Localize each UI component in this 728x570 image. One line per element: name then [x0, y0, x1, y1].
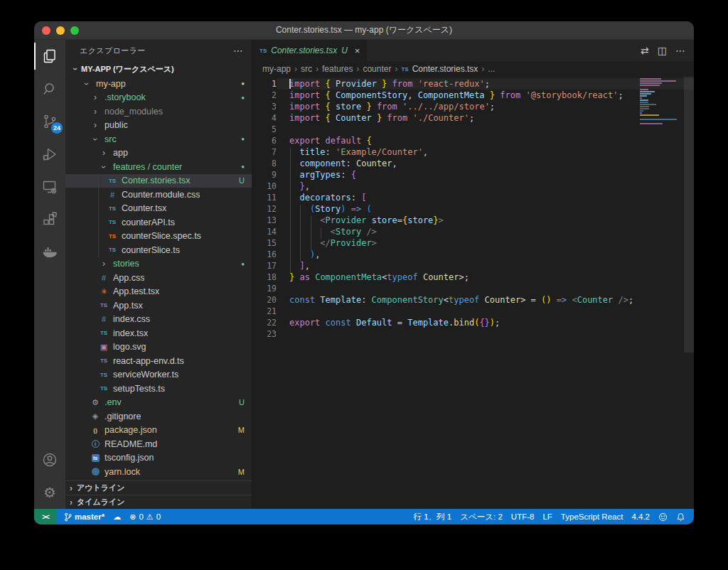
explorer-icon[interactable] — [34, 40, 65, 72]
line-content: export default { — [277, 135, 694, 146]
tree-item--env[interactable]: ⚙.envU — [65, 396, 252, 410]
publish-changes-button[interactable]: ☁ — [109, 509, 125, 525]
code-line[interactable]: 14 <Story /> — [252, 226, 694, 237]
tree-item-features-counter[interactable]: ›features / counter● — [65, 160, 252, 174]
source-control-icon[interactable]: 24 — [34, 105, 65, 138]
split-editor-icon[interactable]: ◫ — [658, 45, 667, 56]
search-icon[interactable] — [34, 72, 65, 105]
tree-item-index-css[interactable]: #index.css — [65, 313, 252, 327]
tree-item-app-tsx[interactable]: TSApp.tsx — [65, 299, 252, 313]
code-line[interactable]: 16 ), — [252, 249, 694, 260]
indentation-status[interactable]: スペース: 2 — [456, 509, 507, 525]
breadcrumb-item[interactable]: my-app — [262, 64, 291, 74]
code-line[interactable]: 4import { Counter } from './Counter'; — [252, 112, 694, 124]
tree-item-counterslice-spec-ts[interactable]: TScounterSlice.spec.ts — [65, 230, 252, 244]
language-mode-status[interactable]: TypeScript React — [557, 509, 628, 525]
tree-item-readme-md[interactable]: iREADME.md — [65, 437, 252, 451]
tree-item-src[interactable]: ›src● — [65, 132, 252, 146]
tree-item-serviceworker-ts[interactable]: TSserviceWorker.ts — [65, 368, 252, 382]
tree-item-counter-module-css[interactable]: #Counter.module.css — [65, 188, 252, 202]
code-line[interactable]: 12 (Story) => ( — [252, 203, 694, 215]
breadcrumb-item[interactable]: counter — [363, 64, 391, 74]
tree-item-package-json[interactable]: {}package.jsonM — [65, 424, 252, 438]
notifications-bell-icon[interactable] — [672, 509, 690, 525]
tree-item-public[interactable]: ›public — [65, 119, 252, 133]
outline-section-header[interactable]: › アウトライン — [65, 480, 252, 495]
editor-group: TS Conter.stories.tsx U × ⇄ ◫ ⋯ my-app›s… — [252, 40, 694, 509]
tree-item-index-tsx[interactable]: TSindex.tsx — [65, 326, 252, 340]
line-number: 9 — [252, 169, 277, 181]
code-line[interactable]: 17 ], — [252, 260, 694, 271]
timeline-section-header[interactable]: › タイムライン — [65, 495, 252, 509]
code-line[interactable]: 3import { store } from '../../app/store'… — [252, 101, 694, 112]
code-line[interactable]: 5 — [252, 124, 694, 135]
line-number: 15 — [252, 237, 277, 249]
tree-item-app[interactable]: ›app — [65, 146, 252, 161]
code-line[interactable]: 13 <Provider store={store}> — [252, 215, 694, 226]
remote-explorer-icon[interactable] — [34, 171, 65, 203]
explorer-more-icon[interactable]: ⋯ — [233, 45, 243, 55]
code-line[interactable]: 6export default { — [252, 135, 694, 146]
breadcrumb-item[interactable]: src — [301, 64, 312, 74]
tree-item-app-test-tsx[interactable]: ✳App.test.tsx — [65, 285, 252, 299]
docker-icon[interactable] — [34, 236, 65, 269]
tree-item-logo-svg[interactable]: ▣logo.svg — [65, 340, 252, 355]
tree-item-conter-stories-tsx[interactable]: TSConter.stories.tsxU — [65, 174, 252, 188]
code-line[interactable]: 2import { ComponentStory, ComponentMeta … — [252, 90, 694, 101]
ts-version-status[interactable]: 4.4.2 — [627, 509, 654, 525]
close-window-button[interactable] — [42, 26, 50, 35]
breadcrumb-item[interactable]: features — [322, 64, 353, 74]
tree-item-yarn-lock[interactable]: yarn.lockM — [65, 465, 252, 479]
tree-item-setuptests-ts[interactable]: TSsetupTests.ts — [65, 382, 252, 396]
code-line[interactable]: 15 </Provider> — [252, 237, 694, 249]
tree-item-app-css[interactable]: #App.css — [65, 271, 252, 285]
code-line[interactable]: 7 title: 'Example/Counter', — [252, 146, 694, 158]
code-line[interactable]: 8 component: Counter, — [252, 158, 694, 169]
tree-item-tsconfig-json[interactable]: tstsconfig.json — [65, 451, 252, 466]
account-icon[interactable] — [34, 443, 65, 476]
code-line[interactable]: 23 — [252, 328, 694, 340]
gear-file-icon: ⚙ — [90, 398, 101, 407]
tree-item--gitignore[interactable]: ◈.gitignore — [65, 409, 252, 424]
code-line[interactable]: 11 decorators: [ — [252, 192, 694, 203]
code-line[interactable]: 10 }, — [252, 181, 694, 192]
git-branch-status[interactable]: master* — [60, 509, 109, 525]
code-line[interactable]: 1import { Provider } from 'react-redux'; — [252, 78, 694, 90]
tree-item-node-modules[interactable]: ›node_modules — [65, 104, 252, 119]
minimize-window-button[interactable] — [56, 26, 65, 35]
tab-close-icon[interactable]: × — [355, 45, 360, 56]
open-changes-icon[interactable]: ⇄ — [641, 45, 649, 56]
tab-conter-stories[interactable]: TS Conter.stories.tsx U × — [252, 40, 367, 61]
encoding-status[interactable]: UTF-8 — [507, 509, 539, 525]
code-line[interactable]: 22export const Default = Template.bind({… — [252, 317, 694, 328]
tree-item-counter-tsx[interactable]: TSCounter.tsx — [65, 202, 252, 216]
workspace-root-row[interactable]: › MY-APP (ワークスペース) — [65, 61, 252, 77]
code-line[interactable]: 21 — [252, 306, 694, 317]
minimap[interactable] — [640, 78, 684, 127]
code-line[interactable]: 9 argTypes: { — [252, 169, 694, 181]
problems-status[interactable]: ⊗ 0 ⚠ 0 — [125, 509, 165, 525]
tree-item-my-app[interactable]: ›my-app● — [65, 77, 252, 91]
breadcrumb-item[interactable]: ... — [488, 64, 495, 74]
editor-more-actions-icon[interactable]: ⋯ — [675, 45, 685, 56]
cursor-position-status[interactable]: 行 1、列 1 — [410, 509, 456, 525]
code-line[interactable]: 19 — [252, 283, 694, 294]
code-line[interactable]: 18} as ComponentMeta<typeof Counter>; — [252, 271, 694, 283]
tree-item-counterapi-ts[interactable]: TScounterAPI.ts — [65, 215, 252, 230]
outline-label: アウトライン — [77, 483, 125, 493]
tree-item--storybook[interactable]: ›.storybook● — [65, 91, 252, 105]
extensions-icon[interactable] — [34, 203, 65, 236]
tree-item-counterslice-ts[interactable]: TScounterSlice.ts — [65, 243, 252, 257]
run-debug-icon[interactable] — [34, 138, 65, 171]
settings-gear-icon[interactable]: ⚙ — [34, 476, 65, 509]
code-line[interactable]: 20const Template: ComponentStory<typeof … — [252, 294, 694, 306]
tree-item-react-app-env-d-ts[interactable]: TSreact-app-env.d.ts — [65, 354, 252, 368]
code-area[interactable]: 1import { Provider } from 'react-redux';… — [252, 77, 694, 509]
maximize-window-button[interactable] — [70, 26, 79, 35]
scrollbar[interactable] — [684, 77, 694, 353]
feedback-icon[interactable] — [654, 509, 672, 525]
remote-indicator[interactable]: >< — [34, 509, 57, 525]
breadcrumb-item[interactable]: Conter.stories.tsx — [412, 64, 478, 74]
tree-item-stories[interactable]: ›stories● — [65, 257, 252, 271]
eol-status[interactable]: LF — [538, 509, 556, 525]
